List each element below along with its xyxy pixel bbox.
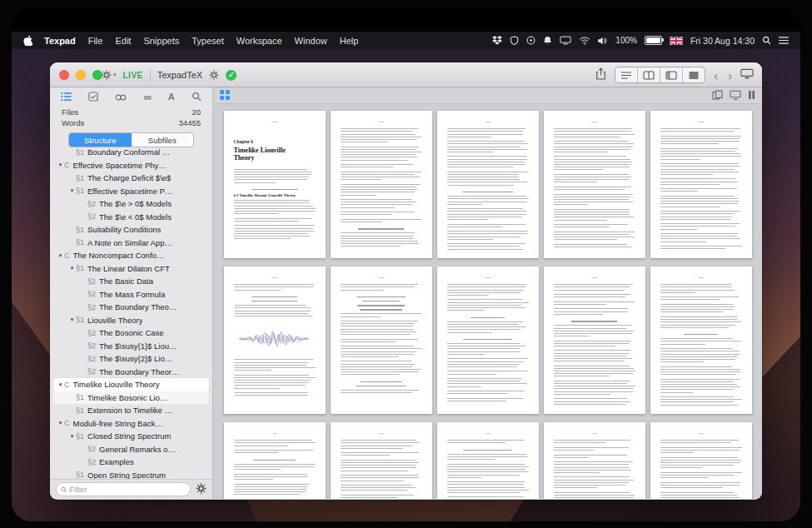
pdf-page-thumbnail[interactable] xyxy=(331,266,432,414)
search-icon[interactable] xyxy=(192,90,202,105)
sidebar-view-button[interactable] xyxy=(660,67,683,82)
menu-item[interactable]: Workspace xyxy=(237,36,282,46)
apple-menu[interactable] xyxy=(23,35,32,46)
outline-item[interactable]: ▾ §1 Boundary Conformal … xyxy=(53,146,209,159)
share-button[interactable] xyxy=(595,67,606,83)
battery-icon[interactable] xyxy=(645,36,662,45)
outline-item[interactable]: ▾ §2 The $\e < 0$ Models xyxy=(53,211,209,224)
pdf-page-thumbnail[interactable] xyxy=(224,266,326,414)
menu-item[interactable]: Help xyxy=(340,36,359,46)
pdf-page-thumbnail[interactable] xyxy=(224,422,326,499)
outline-item[interactable]: ▾ §2 The $\e > 0$ Models xyxy=(53,197,209,211)
pdf-page-thumbnail[interactable] xyxy=(331,422,432,499)
notification-center-icon[interactable] xyxy=(779,37,789,44)
collate-pages-icon[interactable] xyxy=(712,88,723,103)
tab-structure[interactable]: Structure xyxy=(69,133,132,147)
disclosure-triangle-icon[interactable]: ▾ xyxy=(68,433,76,440)
pdf-page-thumbnail[interactable] xyxy=(650,111,752,258)
two-page-spread-icon[interactable] xyxy=(748,88,755,103)
outline-item[interactable]: ▾ §1 Timelike Bosonic Lio… xyxy=(53,391,209,405)
forward-button[interactable]: › xyxy=(728,69,732,82)
menu-item[interactable]: File xyxy=(88,36,103,46)
keyboard-flag-icon[interactable] xyxy=(670,37,683,45)
filter-field[interactable] xyxy=(56,482,191,496)
outline-item[interactable]: ▾ §1 Suitability Conditions xyxy=(53,223,209,237)
thumbnail-view-icon[interactable] xyxy=(220,88,230,103)
outline-item[interactable]: ▾ §1 The Charge Deficit $\e$ xyxy=(53,172,209,185)
outline-item[interactable]: ▾ §2 The $\susy{2}$ Lio… xyxy=(53,352,209,366)
link-icon[interactable] xyxy=(115,90,127,105)
outline-item[interactable]: ▾ §2 The Bosonic Case xyxy=(53,326,209,340)
pdf-page-thumbnail[interactable] xyxy=(437,111,539,258)
outline-item[interactable]: ▾ §2 General Remarks o… xyxy=(53,443,209,456)
infinity-icon[interactable]: ∞ xyxy=(143,92,151,102)
filter-input[interactable] xyxy=(69,485,186,494)
outline-item[interactable]: ▾ §2 The Basic Data xyxy=(53,275,209,288)
outline-item[interactable]: ▾ §2 The Mass Formula xyxy=(53,288,209,301)
pdf-page-thumbnail[interactable] xyxy=(437,266,539,414)
outline-item[interactable]: ▾ C The Noncompact Confo… xyxy=(53,249,209,262)
typeset-settings-button[interactable] xyxy=(209,70,219,80)
typeset-engine-label[interactable]: TexpadTeX xyxy=(157,70,202,80)
outline-item[interactable]: ▾ §1 A Note on Similar App… xyxy=(53,237,209,250)
menu-item[interactable]: Edit xyxy=(115,36,131,46)
live-typeset-badge[interactable]: LIVE xyxy=(123,71,143,80)
outline-icon[interactable] xyxy=(61,90,72,105)
outline-item[interactable]: ▾ §2 The Boundary Theor… xyxy=(53,366,209,379)
outline-item[interactable]: ▾ C Timelike Liouville Theory xyxy=(53,378,209,391)
outline-item[interactable]: ▾ §2 The Boundary Theo… xyxy=(53,301,209,314)
menu-item[interactable]: Snippets xyxy=(143,36,179,46)
shield-icon[interactable] xyxy=(510,36,519,46)
spotlight-search-icon[interactable] xyxy=(762,36,771,45)
outline-item[interactable]: ▾ C Effective Spacetime Phy… xyxy=(53,159,209,172)
tab-subfiles[interactable]: Subfiles xyxy=(132,133,194,147)
outline-item[interactable]: ▾ §2 Examples xyxy=(53,456,209,469)
typeset-styles-icon[interactable]: A xyxy=(168,92,175,102)
disclosure-triangle-icon[interactable]: ▾ xyxy=(57,420,64,426)
display-mirroring-icon[interactable] xyxy=(560,36,571,45)
close-button[interactable] xyxy=(59,70,69,80)
pdf-page-thumbnail[interactable] xyxy=(650,266,752,414)
todo-icon[interactable] xyxy=(88,90,98,105)
dropbox-icon[interactable] xyxy=(492,36,502,45)
disclosure-triangle-icon[interactable]: ▾ xyxy=(57,252,64,259)
editor-view-button[interactable] xyxy=(615,67,638,82)
menu-item[interactable]: Typeset xyxy=(192,36,224,46)
workspace-settings-button[interactable]: ▾ xyxy=(102,70,117,80)
pdf-page-thumbnail[interactable]: Chapter 6Timelike Liouville Theory6.1 Ti… xyxy=(224,111,326,258)
notification-bell-icon[interactable] xyxy=(543,36,552,46)
outline-item[interactable]: ▾ §1 Closed String Spectrum xyxy=(53,430,209,443)
wifi-icon[interactable] xyxy=(579,37,590,45)
volume-icon[interactable] xyxy=(598,37,608,45)
presentation-display-icon[interactable] xyxy=(730,88,741,103)
disclosure-triangle-icon[interactable]: ▾ xyxy=(68,316,76,323)
typeset-success-icon[interactable]: ✓ xyxy=(226,70,237,81)
outline-item[interactable]: ▾ §1 Liouville Theory xyxy=(53,314,209,327)
title-bar[interactable]: ▾ LIVE TexpadTeX ✓ ‹ xyxy=(50,62,762,87)
disclosure-triangle-icon[interactable]: ▾ xyxy=(68,265,76,271)
minimize-button[interactable] xyxy=(76,70,86,80)
disclosure-triangle-icon[interactable]: ▾ xyxy=(57,162,64,168)
pdf-page-thumbnail[interactable] xyxy=(544,422,645,499)
thumbnail-viewport[interactable]: Chapter 6Timelike Liouville Theory6.1 Ti… xyxy=(213,104,762,499)
pdf-view-button[interactable] xyxy=(683,67,705,82)
detach-window-icon[interactable] xyxy=(740,67,754,82)
outline-item[interactable]: ▾ §1 Open String Spectrum xyxy=(53,469,209,480)
pdf-page-thumbnail[interactable] xyxy=(650,422,752,499)
outline-item[interactable]: ▾ §1 Effective Spacetime P… xyxy=(53,185,209,198)
pdf-page-thumbnail[interactable] xyxy=(544,266,645,414)
menu-app-name[interactable]: Texpad xyxy=(44,36,76,46)
split-view-button[interactable] xyxy=(638,67,660,82)
pdf-page-thumbnail[interactable] xyxy=(544,111,645,258)
status-badge-icon[interactable] xyxy=(526,36,536,45)
disclosure-triangle-icon[interactable]: ▾ xyxy=(57,381,64,388)
menu-clock[interactable]: Fri 30 Aug 14:30 xyxy=(690,36,755,46)
outline-item[interactable]: ▾ §2 The $\susy{1}$ Liou… xyxy=(53,340,209,353)
menu-item[interactable]: Window xyxy=(295,36,327,46)
outline-settings-button[interactable] xyxy=(196,482,207,497)
outline-item[interactable]: ▾ §1 Extension to Timelike … xyxy=(53,404,209,417)
outline-item[interactable]: ▾ C Moduli-free String Back… xyxy=(53,417,209,431)
disclosure-triangle-icon[interactable]: ▾ xyxy=(68,187,76,194)
pdf-page-thumbnail[interactable] xyxy=(437,422,539,499)
pdf-page-thumbnail[interactable] xyxy=(331,111,432,258)
